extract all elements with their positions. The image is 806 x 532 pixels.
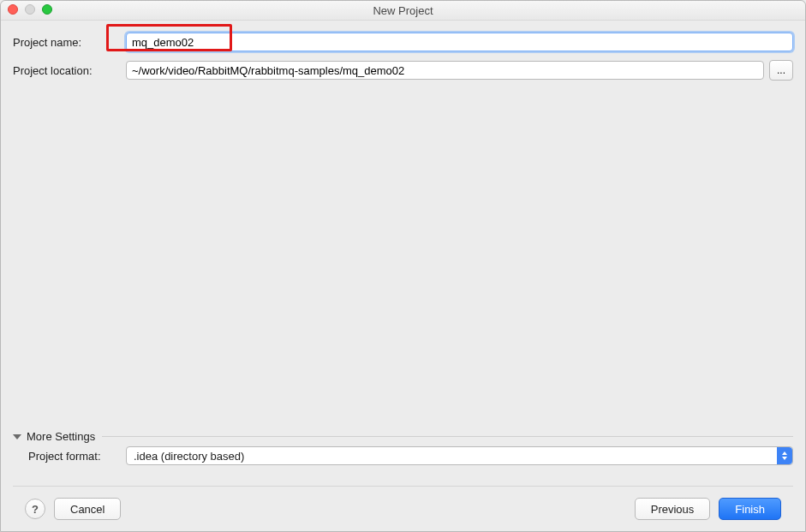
content-area: Project name: Project location: ... More… [1,21,805,531]
titlebar: New Project [1,1,805,21]
more-settings-section: More Settings Project format: .idea (dir… [13,427,793,474]
window-controls [8,4,52,15]
project-name-input[interactable] [126,33,793,51]
project-name-input-wrap [126,33,793,51]
project-format-label: Project format: [13,450,126,463]
more-settings-body: Project format: .idea (directory based) [13,446,793,465]
new-project-window: New Project Project name: Project locati… [0,0,806,532]
footer-right: Previous Finish [635,498,781,520]
browse-location-button[interactable]: ... [769,60,793,81]
project-format-select[interactable]: .idea (directory based) [126,446,793,465]
project-name-label: Project name: [13,36,126,49]
chevron-down-icon [13,434,21,439]
project-location-row: Project location: ... [13,60,793,81]
minimize-icon [25,4,35,15]
section-divider [102,436,793,437]
close-icon[interactable] [8,4,18,15]
more-settings-toggle[interactable]: More Settings [13,427,95,446]
window-title: New Project [373,4,433,17]
finish-button[interactable]: Finish [719,498,781,520]
previous-button[interactable]: Previous [635,498,711,520]
project-location-input[interactable] [126,61,764,80]
project-location-input-wrap: ... [126,60,793,81]
project-location-label: Project location: [13,64,126,77]
project-format-row: Project format: .idea (directory based) [13,446,793,465]
help-button[interactable]: ? [25,499,45,519]
cancel-button[interactable]: Cancel [54,498,121,520]
zoom-icon[interactable] [42,4,52,15]
more-settings-header-row: More Settings [13,427,793,446]
project-format-value: .idea (directory based) [134,450,244,463]
project-name-row: Project name: [13,33,793,51]
footer: ? Cancel Previous Finish [13,486,793,531]
select-stepper-icon [777,447,792,464]
spacer [13,89,793,427]
more-settings-label: More Settings [27,430,95,443]
